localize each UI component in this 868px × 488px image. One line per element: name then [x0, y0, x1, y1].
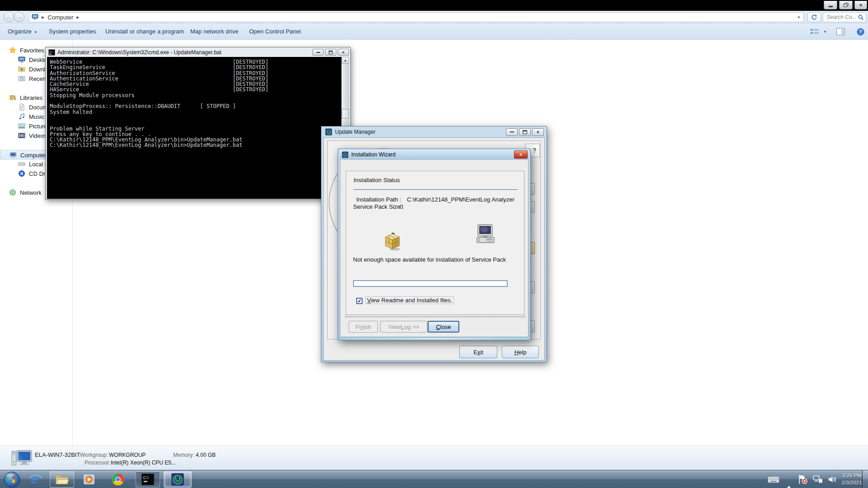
memory-label: Memory: [173, 452, 194, 458]
sidebar-item-label: Network [20, 188, 42, 197]
computer-icon [474, 224, 497, 248]
close-icon: × [859, 2, 862, 8]
maximize-button[interactable] [519, 128, 531, 136]
command-prompt-taskbar-button[interactable]: C:\ [136, 471, 160, 488]
sidebar-item-label: Videos [29, 131, 47, 141]
close-button[interactable]: × [514, 150, 528, 159]
status-panel: Installation Status Installation Path : … [346, 171, 524, 315]
cmd-window-controls: × [311, 49, 349, 56]
maximize-icon [329, 51, 333, 54]
clock[interactable]: 3:26 PM 2/3/2021 [840, 472, 863, 487]
size-value: 0 [400, 203, 403, 210]
system-properties-button[interactable]: System properties [49, 23, 96, 40]
breadcrumb-arrow-icon: ▶ [42, 15, 44, 19]
open-control-panel-button[interactable]: Open Control Panel [249, 23, 301, 40]
ie-icon: e [29, 473, 42, 486]
document-icon [18, 103, 25, 111]
forward-arrow-icon: → [16, 14, 22, 20]
breadcrumb-arrow-icon[interactable]: ▶ [76, 15, 79, 19]
cmd-output: WebService [DESTROYED] TaskEngineService… [47, 57, 341, 199]
update-manager-titlebar[interactable]: Update Manager × [323, 127, 545, 137]
size-label: Service Pack Size : [353, 203, 404, 210]
update-manager-icon [171, 473, 184, 486]
panel-bottom-ridge [345, 315, 525, 317]
network-tray-icon[interactable] [812, 475, 823, 484]
show-desktop-button[interactable] [862, 470, 868, 488]
media-player-taskbar-button[interactable] [78, 471, 100, 488]
cmd-window: C:\ Administrator: C:\Windows\System32\c… [45, 47, 351, 200]
scroll-up-icon[interactable]: ▲ [342, 57, 349, 64]
processor-value: Intel(R) Xeon(R) CPU E5... [111, 460, 176, 466]
desktop-icon [18, 56, 25, 63]
close-button[interactable]: × [532, 128, 544, 136]
help-button[interactable]: ? [857, 28, 864, 37]
keyboard-tray-icon[interactable] [768, 476, 779, 483]
wizard-titlebar[interactable]: Installation Wizard × [340, 149, 529, 160]
windows-explorer-taskbar-button[interactable] [50, 471, 74, 488]
search-icon[interactable] [858, 14, 864, 20]
close-button[interactable]: Close [428, 321, 459, 333]
view-log-button[interactable]: View Log >> [380, 321, 427, 333]
explorer-titlebar[interactable]: × [0, 0, 868, 11]
workgroup-label: Workgroup: [80, 452, 108, 458]
cmd-console[interactable]: WebService [DESTROYED] TaskEngineService… [47, 57, 349, 199]
close-button[interactable]: × [854, 1, 867, 9]
computer-name: ELA-WIN7-32BIT [35, 451, 80, 458]
clock-time: 3:26 PM [840, 472, 863, 479]
address-dropdown-icon[interactable]: ▼ [797, 15, 801, 19]
memory-value: 4.00 GB [196, 452, 216, 458]
minimize-icon [316, 52, 320, 53]
update-manager-title: Update Manager [335, 129, 375, 135]
close-button[interactable]: × [338, 49, 349, 56]
music-icon [18, 113, 25, 120]
change-view-button[interactable] [810, 28, 819, 37]
minimize-button[interactable] [506, 128, 518, 136]
pictures-icon [18, 122, 25, 130]
views-dropdown-icon[interactable]: ▼ [823, 30, 827, 34]
chrome-icon [111, 473, 125, 486]
network-icon [9, 189, 16, 196]
maximize-button[interactable] [325, 49, 336, 56]
volume-tray-icon[interactable] [827, 475, 837, 484]
path-value: C:\Kathir\12148_PPM\EventLog Analyzer [407, 196, 514, 203]
computer-large-icon [11, 449, 33, 470]
search-input[interactable]: Search Co... [823, 12, 866, 22]
organize-button[interactable]: Organize▼ [8, 23, 38, 41]
minimize-icon [829, 6, 833, 7]
restore-icon [844, 3, 849, 7]
breadcrumb-location[interactable]: Computer [47, 14, 73, 21]
forward-button[interactable]: → [14, 12, 24, 22]
update-manager-taskbar-button[interactable] [164, 471, 192, 488]
uninstall-program-button[interactable]: Uninstall or change a program [105, 23, 184, 40]
show-hidden-icons-button[interactable] [787, 478, 791, 486]
exit-button[interactable]: Exit [459, 346, 497, 358]
minimize-button[interactable] [824, 1, 837, 9]
workgroup-value: WORKGROUP [109, 452, 146, 458]
finish-button[interactable]: Finish [349, 321, 378, 333]
view-readme-checkbox[interactable]: ✓ [356, 298, 363, 304]
scrollbar-thumb[interactable] [342, 109, 349, 118]
refresh-button[interactable] [807, 12, 821, 22]
back-button[interactable]: ← [4, 12, 14, 22]
sidebar-item-label: Favorites [20, 46, 44, 55]
help-button[interactable]: Help [502, 346, 539, 358]
computer-icon [9, 151, 17, 159]
chrome-taskbar-button[interactable] [106, 471, 130, 488]
map-network-drive-button[interactable]: Map network drive [190, 23, 238, 40]
cmd-titlebar[interactable]: C:\ Administrator: C:\Windows\System32\c… [47, 47, 349, 57]
view-readme-label[interactable]: View Readme and Installed files. [365, 296, 454, 304]
start-taskbar-button[interactable] [1, 471, 23, 488]
update-manager-icon [342, 151, 349, 158]
internet-explorer-taskbar-button[interactable]: e [25, 471, 46, 488]
minimize-button[interactable] [312, 49, 324, 56]
downloads-icon [18, 66, 25, 73]
svg-text:e: e [31, 473, 38, 486]
close-icon: × [342, 50, 344, 55]
preview-pane-button[interactable] [836, 28, 845, 37]
breadcrumb[interactable]: ▶ Computer ▶ ▼ [29, 12, 804, 22]
action-center-icon[interactable] [797, 474, 808, 485]
folder-icon [55, 473, 69, 486]
restore-button[interactable] [839, 1, 853, 9]
computer-icon [32, 14, 38, 20]
cmd-icon: C:\ [141, 473, 155, 486]
